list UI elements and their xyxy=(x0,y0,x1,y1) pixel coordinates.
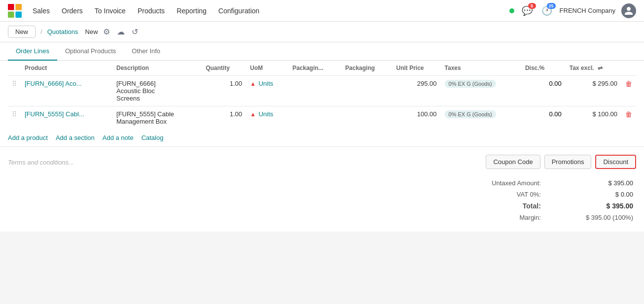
nav-reporting[interactable]: Reporting xyxy=(172,5,212,17)
nav-configuration[interactable]: Configuration xyxy=(214,5,264,17)
product-cell-2[interactable]: [FURN_5555] Cabl... xyxy=(21,106,112,130)
add-product-link[interactable]: Add a product xyxy=(8,134,48,141)
total-label: Total: xyxy=(450,201,547,211)
uom-cell-2[interactable]: ▲ Units xyxy=(246,106,288,130)
product-cell-1[interactable]: [FURN_6666] Aco... xyxy=(21,76,112,106)
discard-icon[interactable]: ↺ xyxy=(130,26,140,37)
main-content: Order Lines Optional Products Other Info… xyxy=(0,42,644,232)
breadcrumb-current: New xyxy=(85,28,98,35)
margin-value: $ 395.00 (100%) xyxy=(548,212,635,223)
drag-dots-icon-2: ⠿ xyxy=(12,110,17,118)
order-table: Product Description Quantity UoM Packagi… xyxy=(8,61,636,129)
table-row: ⠿ [FURN_6666] Aco... [FURN_6666] Acousti… xyxy=(8,76,636,106)
unit-price-cell-1[interactable]: 295.00 xyxy=(393,76,441,106)
pkg-cell-2 xyxy=(341,106,392,130)
svg-rect-2 xyxy=(8,11,14,18)
nav-sales[interactable]: Sales xyxy=(28,5,55,17)
total-row: Total: $ 395.00 xyxy=(450,201,635,211)
delete-icon-1[interactable]: 🗑 xyxy=(625,80,632,88)
chat-notifications[interactable]: 💬 5 xyxy=(520,4,534,18)
product-name-2[interactable]: [FURN_5555] Cabl... xyxy=(25,110,84,118)
pkg-qty-cell-2 xyxy=(288,106,341,130)
uom-value-2[interactable]: Units xyxy=(258,110,273,118)
bottom-section: Terms and conditions... Coupon Code Prom… xyxy=(0,147,644,232)
status-indicator xyxy=(509,8,514,13)
cloud-save-icon[interactable]: ☁ xyxy=(115,26,127,37)
pkg-cell-1 xyxy=(341,76,392,106)
untaxed-label: Untaxed Amount: xyxy=(450,178,547,188)
qty-cell-2[interactable] xyxy=(202,106,246,130)
breadcrumb-quotations[interactable]: Quotations xyxy=(47,28,78,35)
table-row: ⠿ [FURN_5555] Cabl... [FURN_5555] Cable … xyxy=(8,106,636,130)
nav-to-invoice[interactable]: To Invoice xyxy=(90,5,131,17)
uom-icon-1: ▲ xyxy=(250,80,256,87)
disc-input-2[interactable] xyxy=(537,110,562,118)
th-quantity: Quantity xyxy=(202,61,246,76)
summary-section: Coupon Code Promotions Discount Untaxed … xyxy=(449,155,636,224)
terms-area[interactable]: Terms and conditions... xyxy=(8,155,441,224)
breadcrumb-separator: / xyxy=(40,28,42,35)
drag-handle-2[interactable]: ⠿ xyxy=(8,106,21,130)
vat-value: $ 0.00 xyxy=(548,189,635,200)
user-avatar[interactable] xyxy=(621,3,636,18)
th-disc: Disc.% xyxy=(521,61,566,76)
disc-input-1[interactable] xyxy=(537,80,562,87)
tab-optional-products[interactable]: Optional Products xyxy=(57,42,124,61)
action-bar: New / Quotations New ⚙ ☁ ↺ xyxy=(0,22,644,42)
activity-badge: 25 xyxy=(547,3,556,9)
chat-badge: 5 xyxy=(528,3,536,9)
vat-label: VAT 0%: xyxy=(450,189,547,200)
uom-value-1[interactable]: Units xyxy=(258,80,273,87)
col-adjust-icon[interactable]: ⇌ xyxy=(598,65,603,71)
description-cell-1[interactable]: [FURN_6666] Acoustic Bloc Screens xyxy=(112,76,202,106)
nav-products[interactable]: Products xyxy=(133,5,170,17)
add-section-link[interactable]: Add a section xyxy=(56,134,95,141)
nav-orders[interactable]: Orders xyxy=(57,5,88,17)
drag-handle-1[interactable]: ⠿ xyxy=(8,76,21,106)
th-packaging-qty: Packagin... xyxy=(288,61,341,76)
th-description: Description xyxy=(112,61,202,76)
add-note-link[interactable]: Add a note xyxy=(103,134,134,141)
qty-cell-1[interactable] xyxy=(202,76,246,106)
activity-notifications[interactable]: 🕐 25 xyxy=(540,4,554,18)
unit-price-cell-2[interactable]: 100.00 xyxy=(393,106,441,130)
svg-rect-3 xyxy=(15,11,22,18)
promotions-button[interactable]: Promotions xyxy=(544,155,592,169)
th-tax-excl: Tax excl. ⇌ xyxy=(566,61,621,76)
th-actions xyxy=(621,61,636,76)
settings-icon[interactable]: ⚙ xyxy=(101,26,112,37)
svg-rect-0 xyxy=(8,4,14,10)
discount-button[interactable]: Discount xyxy=(595,155,636,169)
coupon-buttons-row: Coupon Code Promotions Discount xyxy=(449,155,636,169)
delete-cell-2[interactable]: 🗑 xyxy=(621,106,636,130)
th-drag xyxy=(8,61,21,76)
tab-order-lines[interactable]: Order Lines xyxy=(8,42,57,61)
description-cell-2[interactable]: [FURN_5555] Cable Management Box xyxy=(112,106,202,130)
taxes-cell-1[interactable]: 0% EX G (Goods) xyxy=(441,76,521,106)
disc-cell-1[interactable] xyxy=(521,76,566,106)
quantity-input-1[interactable] xyxy=(217,80,242,87)
taxes-cell-2[interactable]: 0% EX G (Goods) xyxy=(441,106,521,130)
th-taxes: Taxes xyxy=(441,61,521,76)
tabs-container: Order Lines Optional Products Other Info xyxy=(0,42,644,61)
disc-cell-2[interactable] xyxy=(521,106,566,130)
catalog-link[interactable]: Catalog xyxy=(142,134,164,141)
th-packaging: Packaging xyxy=(341,61,392,76)
margin-row: Margin: $ 395.00 (100%) xyxy=(450,212,635,223)
new-button[interactable]: New xyxy=(8,26,36,38)
untaxed-row: Untaxed Amount: $ 395.00 xyxy=(450,178,635,188)
coupon-code-button[interactable]: Coupon Code xyxy=(486,155,540,169)
product-name-1[interactable]: [FURN_6666] Aco... xyxy=(25,80,82,87)
delete-icon-2[interactable]: 🗑 xyxy=(625,110,632,118)
add-actions-row: Add a product Add a section Add a note C… xyxy=(0,129,644,147)
company-name: FRENCH Company xyxy=(560,7,615,14)
vat-row: VAT 0%: $ 0.00 xyxy=(450,189,635,200)
th-product: Product xyxy=(21,61,112,76)
app-logo[interactable] xyxy=(8,4,22,18)
tax-excl-cell-2: $ 100.00 xyxy=(566,106,621,130)
tab-other-info[interactable]: Other Info xyxy=(124,42,168,61)
uom-cell-1[interactable]: ▲ Units xyxy=(246,76,288,106)
delete-cell-1[interactable]: 🗑 xyxy=(621,76,636,106)
th-uom: UoM xyxy=(246,61,288,76)
quantity-input-2[interactable] xyxy=(217,110,242,118)
